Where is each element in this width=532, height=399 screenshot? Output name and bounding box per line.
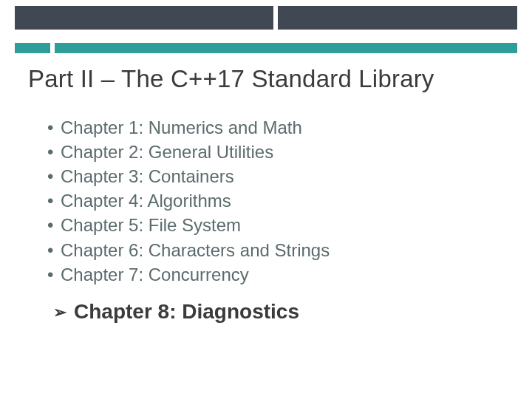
header-gap [15, 35, 517, 41]
list-item: Chapter 4: Algorithms [47, 188, 491, 213]
current-chapter: ➢Chapter 8: Diagnostics [47, 300, 491, 324]
current-chapter-label: Chapter 8: Diagnostics [74, 300, 299, 323]
slide: Part II – The C++17 Standard Library Cha… [0, 0, 532, 399]
header-bar-teal-right [55, 43, 517, 53]
list-item: Chapter 2: General Utilities [47, 140, 491, 164]
header-bar-gray-left [15, 6, 273, 30]
list-item: Chapter 3: Containers [47, 164, 491, 188]
header-bar-gray-right [278, 6, 517, 30]
slide-title: Part II – The C++17 Standard Library [28, 65, 434, 93]
slide-content: Chapter 1: Numerics and Math Chapter 2: … [47, 115, 491, 324]
list-item: Chapter 6: Characters and Strings [47, 238, 491, 262]
list-item: Chapter 1: Numerics and Math [47, 115, 491, 140]
arrow-icon: ➢ [53, 303, 66, 322]
header-bar-teal-left [15, 43, 50, 53]
chapter-list: Chapter 1: Numerics and Math Chapter 2: … [47, 115, 491, 287]
list-item: Chapter 5: File System [47, 213, 491, 237]
list-item: Chapter 7: Concurrency [47, 262, 491, 287]
